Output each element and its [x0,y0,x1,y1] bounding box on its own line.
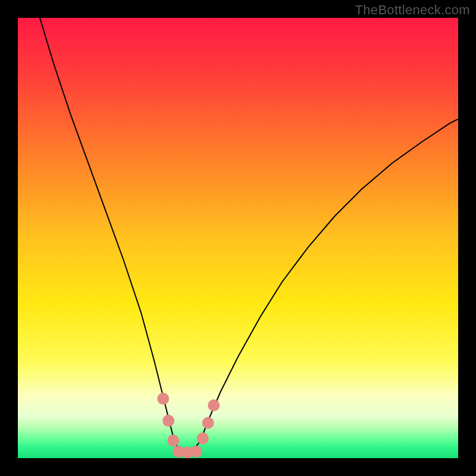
watermark-text: TheBottleneck.com [355,2,470,18]
marker-dot [167,434,179,446]
curve-layer [18,18,458,458]
marker-dot [208,399,220,411]
marker-dot [202,417,214,429]
plot-area [18,18,458,458]
marker-dot [162,415,174,427]
marker-dot [190,446,202,458]
marker-cluster [157,393,220,458]
marker-dot [197,433,209,444]
bottleneck-curve [40,18,458,449]
chart-frame: TheBottleneck.com [0,0,476,476]
marker-dot [157,393,169,405]
